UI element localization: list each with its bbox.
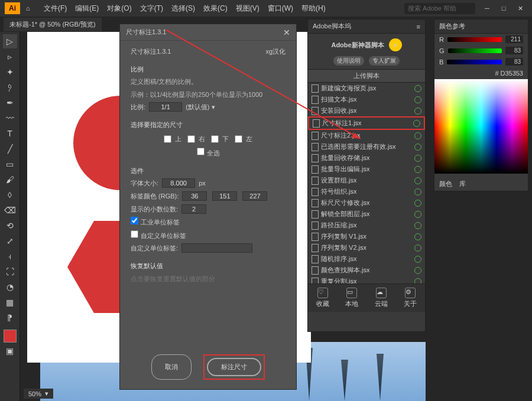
custom-unit-input[interactable] xyxy=(181,243,252,253)
panel-category[interactable]: 上传脚本 xyxy=(308,69,425,83)
rectangle-tool-icon[interactable]: ▭ xyxy=(3,157,17,171)
download-icon[interactable] xyxy=(414,211,421,218)
industrial-checkbox[interactable] xyxy=(131,217,138,224)
home-icon[interactable]: ⌂ xyxy=(22,3,33,14)
hex-value[interactable]: D35353 xyxy=(500,70,523,77)
script-list[interactable]: 新建编文海报页.jsx扫描文本.jsx安装回收.jsx尺寸标注1.jsx尺寸标注… xyxy=(308,83,425,283)
menu-type[interactable]: 文字(T) xyxy=(137,2,167,15)
r-slider[interactable] xyxy=(447,37,502,42)
panel-menu-icon[interactable]: ≡ xyxy=(417,23,420,30)
script-item[interactable]: 尺寸标注1.jsx xyxy=(308,116,425,130)
width-tool-icon[interactable]: ⫞ xyxy=(3,249,17,263)
download-icon[interactable] xyxy=(414,188,421,195)
screen-mode-icon[interactable]: ▣ xyxy=(3,344,17,358)
download-icon[interactable] xyxy=(414,267,421,274)
lasso-tool-icon[interactable]: ᠀ xyxy=(3,80,17,94)
script-panel-title[interactable]: Adobe脚本坞≡ xyxy=(308,19,425,34)
color-spectrum[interactable] xyxy=(434,79,528,174)
download-icon[interactable] xyxy=(414,132,421,139)
eyedropper-tool-icon[interactable]: ⁋ xyxy=(3,311,17,325)
foot-cloud-button[interactable]: ☁云端 xyxy=(375,288,388,308)
scale-dropdown-icon[interactable]: ▾ xyxy=(212,103,215,110)
cancel-button[interactable]: 取消 xyxy=(151,354,192,380)
sub-usage-button[interactable]: 使用说明 xyxy=(333,56,364,66)
download-icon[interactable] xyxy=(414,107,421,115)
script-item[interactable]: 符号组织.jsx xyxy=(308,186,425,197)
b-slider[interactable] xyxy=(447,60,502,64)
g-value[interactable]: 83 xyxy=(505,47,523,54)
script-item[interactable]: 标尺尺寸修改.jsx xyxy=(308,197,425,208)
fill-color-swatch[interactable] xyxy=(4,330,17,343)
script-item[interactable]: 路径压缩.jsx xyxy=(308,220,425,231)
download-icon[interactable] xyxy=(414,244,421,252)
script-item[interactable]: 尺寸标注2.jsx xyxy=(308,130,425,141)
script-item[interactable]: 随机排序.jsx xyxy=(308,253,425,265)
sub-extend-button[interactable]: 专人扩展 xyxy=(369,56,400,66)
download-icon[interactable] xyxy=(414,155,421,162)
gradient-tool-icon[interactable]: ▦ xyxy=(3,295,17,309)
shape-builder-tool-icon[interactable]: ◔ xyxy=(3,280,17,294)
menu-window[interactable]: 窗口(W) xyxy=(264,2,297,15)
edge-left-checkbox[interactable] xyxy=(235,135,242,143)
script-item[interactable]: 解锁全部图层.jsx xyxy=(308,208,425,220)
color-r-input[interactable] xyxy=(182,191,207,201)
foot-about-button[interactable]: ⚙关于 xyxy=(404,288,417,308)
edge-all-checkbox[interactable] xyxy=(197,148,205,155)
brush-tool-icon[interactable]: 🖌 xyxy=(3,172,17,187)
menu-file[interactable]: 文件(F) xyxy=(40,2,70,15)
eraser-tool-icon[interactable]: ⌫ xyxy=(3,203,17,217)
ok-button[interactable]: 标注尺寸 xyxy=(207,358,261,376)
fontsize-input[interactable] xyxy=(162,178,195,188)
zoom-dropdown-icon[interactable]: ▾ xyxy=(45,390,48,397)
script-item[interactable]: 新建编文海报页.jsx xyxy=(308,83,425,94)
close-icon[interactable]: ✕ xyxy=(513,2,527,14)
menu-effect[interactable]: 效果(C) xyxy=(200,2,231,15)
curvature-tool-icon[interactable]: 〰 xyxy=(3,111,17,125)
download-icon[interactable] xyxy=(413,120,420,127)
menu-edit[interactable]: 编辑(E) xyxy=(72,2,102,15)
edge-top-checkbox[interactable] xyxy=(164,135,171,143)
menu-view[interactable]: 视图(V) xyxy=(232,2,263,15)
scale-input[interactable] xyxy=(149,102,182,112)
edge-bottom-checkbox[interactable] xyxy=(211,135,219,143)
free-transform-tool-icon[interactable]: ⛶ xyxy=(3,265,17,279)
b-value[interactable]: 83 xyxy=(505,58,523,66)
menu-select[interactable]: 选择(S) xyxy=(168,2,199,15)
download-icon[interactable] xyxy=(414,200,421,207)
script-item[interactable]: 序列复制 V2.jsx xyxy=(308,242,425,253)
scale-tool-icon[interactable]: ⤢ xyxy=(3,234,17,248)
download-icon[interactable] xyxy=(414,96,421,103)
foot-fav-button[interactable]: ♡收藏 xyxy=(316,288,329,308)
selection-tool-icon[interactable]: ▷ xyxy=(3,34,17,48)
dialog-close-icon[interactable]: ✕ xyxy=(283,28,290,37)
script-item[interactable]: 设置群组.jsx xyxy=(308,175,425,186)
line-tool-icon[interactable]: ╱ xyxy=(3,142,17,156)
menu-object[interactable]: 对象(O) xyxy=(103,2,135,15)
download-icon[interactable] xyxy=(414,85,421,92)
script-item[interactable]: 颜色查找脚本.jsx xyxy=(308,265,425,276)
script-item[interactable]: 安装回收.jsx xyxy=(308,105,425,116)
pen-tool-icon[interactable]: ✒ xyxy=(3,96,17,110)
download-icon[interactable] xyxy=(414,278,421,284)
custom-checkbox[interactable] xyxy=(131,230,138,238)
dialog-titlebar[interactable]: 尺寸标注1.3.1 ✕ xyxy=(120,24,296,41)
script-item[interactable]: 重复分割.jsx xyxy=(308,276,425,283)
download-icon[interactable] xyxy=(414,222,421,229)
color-g-input[interactable] xyxy=(212,191,237,201)
maximize-icon[interactable]: □ xyxy=(497,2,511,14)
g-slider[interactable] xyxy=(448,48,502,53)
swatch-tab-library[interactable]: 库 xyxy=(459,180,466,188)
download-icon[interactable] xyxy=(414,233,421,240)
download-icon[interactable] xyxy=(414,256,421,263)
download-icon[interactable] xyxy=(414,166,421,173)
foot-local-button[interactable]: ▭本地 xyxy=(345,288,358,308)
decimals-input[interactable] xyxy=(181,204,206,214)
minimize-icon[interactable]: ─ xyxy=(480,2,494,14)
script-item[interactable]: 序列复制 V1.jsx xyxy=(308,231,425,242)
menu-help[interactable]: 帮助(H) xyxy=(298,2,329,15)
rotate-tool-icon[interactable]: ⟲ xyxy=(3,219,17,233)
direct-selection-tool-icon[interactable]: ▹ xyxy=(3,50,17,64)
edge-right-checkbox[interactable] xyxy=(187,135,195,143)
script-item[interactable]: 扫描文本.jsx xyxy=(308,94,425,105)
magic-wand-tool-icon[interactable]: ✦ xyxy=(3,65,17,79)
